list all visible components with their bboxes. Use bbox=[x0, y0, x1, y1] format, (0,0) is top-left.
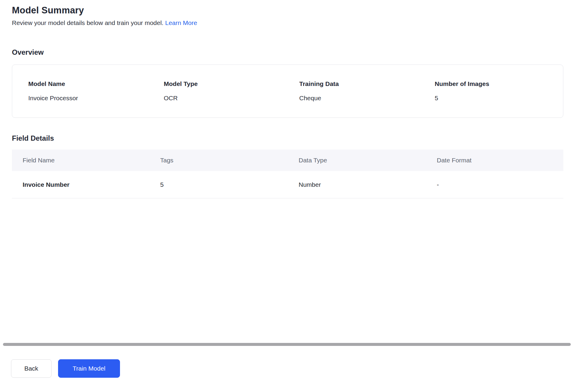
cell-field-name: Invoice Number bbox=[12, 181, 149, 188]
overview-field-model-type: Model Type OCR bbox=[164, 80, 299, 102]
overview-field-value: 5 bbox=[435, 95, 557, 102]
overview-field-model-name: Model Name Invoice Processor bbox=[28, 80, 164, 102]
cell-data-type: Number bbox=[288, 181, 426, 188]
table-header-row: Field Name Tags Data Type Date Format bbox=[12, 150, 563, 171]
column-header-tags: Tags bbox=[149, 157, 288, 164]
overview-field-label: Training Data bbox=[299, 80, 429, 87]
train-model-button[interactable]: Train Model bbox=[58, 359, 120, 378]
overview-field-value: OCR bbox=[164, 95, 293, 102]
overview-heading: Overview bbox=[12, 48, 563, 57]
main-content: Model Summary Review your model details … bbox=[0, 0, 580, 198]
cell-date-format: - bbox=[426, 181, 563, 188]
column-header-data-type: Data Type bbox=[288, 157, 426, 164]
overview-field-number-of-images: Number of Images 5 bbox=[435, 80, 563, 102]
page-title: Model Summary bbox=[12, 5, 563, 16]
page-subtitle: Review your model details below and trai… bbox=[12, 19, 563, 26]
overview-card: Model Name Invoice Processor Model Type … bbox=[12, 65, 563, 118]
column-header-field-name: Field Name bbox=[12, 157, 149, 164]
horizontal-scrollbar[interactable] bbox=[3, 343, 571, 346]
page-subtitle-text: Review your model details below and trai… bbox=[12, 19, 163, 26]
overview-field-label: Model Type bbox=[164, 80, 293, 87]
learn-more-link[interactable]: Learn More bbox=[165, 19, 197, 26]
field-details-heading: Field Details bbox=[12, 134, 563, 143]
field-details-table: Field Name Tags Data Type Date Format In… bbox=[12, 150, 563, 198]
cell-tags: 5 bbox=[149, 181, 288, 188]
overview-field-value: Invoice Processor bbox=[28, 95, 158, 102]
overview-field-label: Number of Images bbox=[435, 80, 557, 87]
table-row: Invoice Number 5 Number - bbox=[12, 171, 563, 198]
overview-field-label: Model Name bbox=[28, 80, 158, 87]
column-header-date-format: Date Format bbox=[426, 157, 563, 164]
overview-field-value: Cheque bbox=[299, 95, 429, 102]
footer-actions: Back Train Model bbox=[11, 359, 120, 378]
overview-field-training-data: Training Data Cheque bbox=[299, 80, 435, 102]
back-button[interactable]: Back bbox=[11, 359, 52, 378]
